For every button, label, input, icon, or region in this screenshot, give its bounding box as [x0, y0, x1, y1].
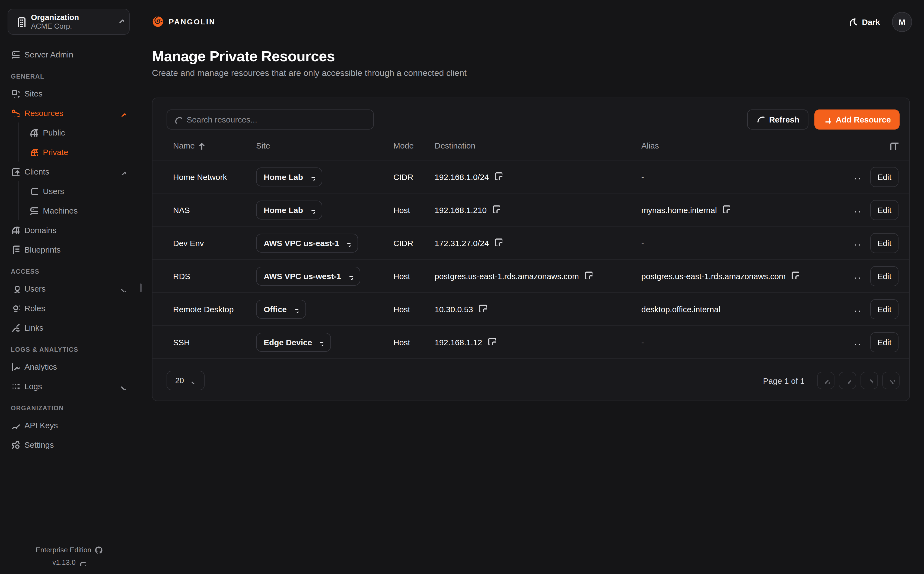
brand[interactable]: PANGOLIN — [152, 16, 216, 28]
site-link[interactable]: Edge Device — [256, 333, 331, 352]
theme-toggle[interactable]: Dark — [848, 17, 880, 26]
section-label-access: ACCESS — [11, 266, 130, 277]
chevrons-left-icon — [822, 377, 830, 384]
prev-page-button[interactable] — [839, 372, 856, 389]
sidebar-item-blueprints[interactable]: Blueprints — [8, 240, 130, 259]
org-switcher[interactable]: Organization ACME Corp. — [8, 9, 130, 35]
table-row: NAS Home Lab Host 192.168.1.210 mynas.ho… — [152, 194, 909, 227]
sidebar-item-machines[interactable]: Machines — [19, 200, 130, 220]
edit-button[interactable]: Edit — [870, 233, 899, 253]
sidebar-item-roles[interactable]: Roles — [8, 298, 130, 318]
section-label-logs-analytics: LOGS & ANALYTICS — [11, 344, 130, 355]
copy-destination-button[interactable] — [492, 205, 500, 214]
next-page-button[interactable] — [861, 372, 878, 389]
table-row: Dev Env AWS VPC us-east-1 CIDR 172.31.27… — [152, 227, 909, 260]
sidebar-item-logs[interactable]: Logs — [8, 376, 130, 396]
sidebar-item-analytics[interactable]: Analytics — [8, 356, 130, 376]
arrow-up-right-icon — [291, 306, 298, 312]
copy-destination-button[interactable] — [479, 304, 487, 314]
column-header-name[interactable]: Name — [173, 141, 256, 150]
plus-icon — [823, 115, 832, 124]
resource-alias: - — [641, 172, 644, 181]
sidebar-item-links[interactable]: Links — [8, 318, 130, 337]
sidebar-item-server-admin[interactable]: Server Admin — [8, 44, 130, 64]
section-label-general: GENERAL — [11, 71, 130, 82]
chevron-down-icon — [189, 377, 196, 384]
edition-link[interactable]: Enterprise Edition — [0, 544, 138, 556]
chart-line-icon — [11, 362, 19, 371]
column-visibility-button[interactable] — [846, 141, 899, 150]
page-title: Manage Private Resources — [152, 48, 335, 65]
ellipsis-icon — [853, 304, 862, 314]
org-switcher-label: Organization — [31, 12, 111, 22]
site-link[interactable]: Office — [256, 300, 306, 319]
page-size-select[interactable]: 20 — [166, 371, 204, 390]
chevron-down-icon — [118, 382, 126, 390]
sort-icon[interactable] — [198, 141, 206, 149]
edit-button[interactable]: Edit — [870, 299, 899, 319]
sidebar-item-settings[interactable]: Settings — [8, 435, 130, 454]
copy-destination-button[interactable] — [487, 337, 496, 347]
version-link[interactable]: v1.13.0 — [0, 556, 138, 569]
copy-destination-button[interactable] — [584, 271, 592, 281]
copy-icon — [487, 337, 496, 345]
last-page-button[interactable] — [882, 372, 900, 389]
copy-alias-button[interactable] — [722, 205, 730, 214]
page-indicator: Page 1 of 1 — [763, 376, 805, 385]
resources-subgroup: Public Private — [19, 123, 130, 161]
resource-destination: 192.168.1.210 — [435, 205, 487, 214]
row-menu-button[interactable] — [853, 337, 862, 347]
sidebar-item-sites[interactable]: Sites — [8, 84, 130, 103]
row-menu-button[interactable] — [853, 172, 862, 181]
resource-alias: desktop.office.internal — [641, 304, 720, 314]
resource-destination: 192.168.1.0/24 — [435, 172, 489, 181]
resource-destination: 192.168.1.12 — [435, 337, 482, 347]
chevron-down-icon — [118, 285, 126, 292]
resource-name: Home Network — [173, 172, 256, 181]
edit-button[interactable]: Edit — [870, 167, 899, 187]
user-avatar[interactable]: M — [892, 12, 912, 32]
site-link[interactable]: AWS VPC us-west-1 — [256, 266, 360, 285]
refresh-button[interactable]: Refresh — [747, 109, 809, 129]
edit-button[interactable]: Edit — [870, 332, 899, 352]
sidebar-item-client-users[interactable]: Users — [19, 181, 130, 200]
sidebar-item-private[interactable]: Private — [19, 142, 130, 161]
copy-alias-button[interactable] — [791, 271, 799, 281]
add-resource-button[interactable]: Add Resource — [815, 109, 900, 129]
copy-destination-button[interactable] — [494, 238, 502, 248]
row-menu-button[interactable] — [853, 238, 862, 248]
resource-destination: 10.30.0.53 — [435, 304, 473, 314]
app-window: Organization ACME Corp. Server Admin GEN… — [0, 0, 924, 574]
site-link[interactable]: AWS VPC us-east-1 — [256, 233, 358, 252]
resource-alias: - — [641, 238, 644, 248]
edit-button[interactable]: Edit — [870, 266, 899, 286]
row-menu-button[interactable] — [853, 271, 862, 281]
row-menu-button[interactable] — [853, 304, 862, 314]
section-label-organization: ORGANIZATION — [11, 403, 130, 413]
row-menu-button[interactable] — [853, 205, 862, 214]
site-link[interactable]: Home Lab — [256, 200, 322, 219]
site-link[interactable]: Home Lab — [256, 167, 322, 186]
sidebar-item-api-keys[interactable]: API Keys — [8, 415, 130, 435]
sidebar-item-users[interactable]: Users — [8, 279, 130, 298]
search-input[interactable] — [187, 115, 367, 124]
waypoints-icon — [11, 109, 19, 117]
chevron-up-icon — [118, 109, 126, 117]
arrow-up-right-icon — [307, 173, 315, 180]
sidebar-item-resources[interactable]: Resources — [8, 103, 130, 123]
table-header: Name Site Mode Destination Alias — [152, 131, 909, 161]
edit-button[interactable]: Edit — [870, 200, 899, 220]
first-page-button[interactable] — [817, 372, 834, 389]
search-icon — [174, 115, 182, 124]
copy-destination-button[interactable] — [494, 172, 502, 181]
arrow-up-right-icon — [343, 239, 351, 246]
sidebar-item-public[interactable]: Public — [19, 123, 130, 142]
resource-name: Remote Desktop — [173, 304, 256, 314]
sidebar: Organization ACME Corp. Server Admin GEN… — [0, 0, 138, 574]
resource-mode: Host — [393, 337, 435, 347]
ellipsis-icon — [853, 205, 862, 214]
sidebar-item-domains[interactable]: Domains — [8, 220, 130, 240]
arrow-up-right-icon — [345, 272, 353, 279]
sidebar-item-clients[interactable]: Clients — [8, 161, 130, 181]
columns-icon — [889, 141, 899, 150]
